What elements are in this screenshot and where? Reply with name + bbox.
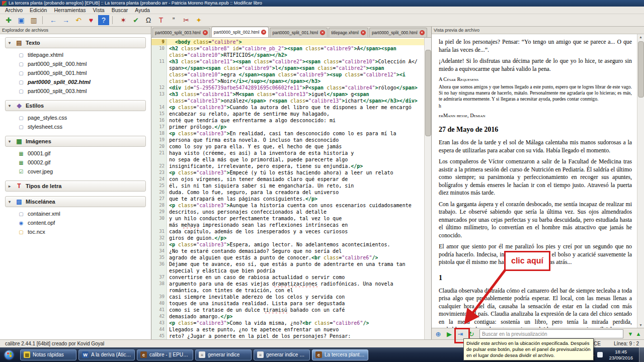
preview-scrollbar[interactable]: ▲ ▼: [637, 34, 644, 328]
code-line[interactable]: no sepa de ella más que lo primordial, p…: [151, 156, 425, 163]
code-line[interactable]: 23 <p class="calibre3">Empecé (y tú lo e…: [151, 169, 425, 176]
code-line[interactable]: 11 <h3 class="calibre11"><span class="ca…: [151, 58, 425, 65]
code-line[interactable]: 40 toques de una inusitada realidad. Lis…: [151, 300, 425, 307]
start-button[interactable]: [0, 347, 18, 362]
expander-icon[interactable]: ▾: [9, 104, 13, 108]
editor-scrollbar[interactable]: [424, 38, 431, 339]
file-item[interactable]: ☑ cover.jpeg: [6, 167, 146, 176]
file-section-header[interactable]: ▸ T Tipos de letra: [5, 180, 146, 192]
file-item[interactable]: ▢ titlepage.xhtml: [6, 50, 146, 59]
file-item[interactable]: ▢ part0000_split_002.html: [6, 77, 146, 86]
code-line[interactable]: 32 giros de guion.</p>: [151, 235, 425, 241]
expander-icon[interactable]: ▾: [9, 139, 13, 144]
file-item[interactable]: ▢ toc.ncx: [6, 227, 146, 236]
code-line[interactable]: 24 con ojos vírgenes, sin tener demasiad…: [151, 176, 425, 183]
code-line[interactable]: 16 noté que tendría que enfrentarme a al…: [151, 117, 425, 124]
menu-item[interactable]: Herramientas: [50, 7, 89, 14]
code-line[interactable]: 35 agrado de alguien que estás a punto d…: [151, 254, 425, 261]
scroll-up-icon[interactable]: ▲: [637, 34, 644, 40]
file-section-header[interactable]: ▾ ▧ Miscelánea: [5, 196, 146, 207]
code-line[interactable]: 10 <h2 class="calibre8" id="calibre_pb_2…: [151, 45, 425, 52]
remove-unused-icon[interactable]: ✂: [181, 15, 192, 25]
file-item[interactable]: ▢ part0000_split_001.html: [6, 68, 146, 77]
tray-icon[interactable]: [597, 352, 603, 357]
find-next-button[interactable]: ▼: [626, 329, 634, 338]
code-line[interactable]: 27 que te atrapará en las páginas consig…: [151, 196, 425, 202]
code-line[interactable]: 39 casi siempre inevitable aderezo de lo…: [151, 294, 425, 300]
code-line[interactable]: 15 encabezar su relato, aparte de sentir…: [151, 111, 425, 117]
code-line[interactable]: especial y elástica que bien podría: [151, 267, 425, 274]
editor-tab[interactable]: part0000_split_001.html ✕: [270, 28, 328, 37]
code-line[interactable]: 18 <p class="calibre3">En realidad, casi…: [151, 130, 425, 137]
tab-close-icon[interactable]: ✕: [320, 30, 325, 35]
file-item[interactable]: ▢ part0000_split_003.html: [6, 86, 146, 96]
editor-tab[interactable]: titlepage.xhtml ✕: [329, 28, 368, 37]
code-line[interactable]: más mehaya impresionado sean las reflexi…: [151, 222, 425, 228]
forward-icon[interactable]: →: [60, 15, 71, 25]
file-item[interactable]: ◉ content.opf: [6, 218, 146, 227]
beautify-icon[interactable]: ✦: [193, 15, 204, 25]
code-line[interactable]: 13 <h3 class="calibre11">M<span class="c…: [151, 91, 425, 98]
code-line[interactable]: 22 insignificante, irrelevante, pero esp…: [151, 163, 425, 169]
preview-scrollbar-thumb[interactable]: [638, 41, 644, 98]
code-line[interactable]: 9 <body class="calibre">: [151, 39, 425, 45]
preview-content[interactable]: la piel de los personajes? Pensar: “Yo t…: [432, 34, 637, 328]
transform-case-icon[interactable]: T: [155, 15, 167, 25]
tab-close-icon[interactable]: ✕: [420, 30, 425, 35]
code-line[interactable]: 41 como si se tratase de un dulce tirami…: [151, 307, 425, 313]
tab-close-icon[interactable]: ✕: [203, 30, 208, 35]
editor-tab[interactable]: part0000_split_003.html ✕: [152, 28, 210, 37]
menu-item[interactable]: Buscar: [108, 7, 132, 14]
code-line[interactable]: 14 <p class="calibre3">Cuando la autora …: [151, 104, 425, 111]
help-icon[interactable]: ?: [98, 15, 109, 25]
taskbar-button[interactable]: c La tercera planta (...: [312, 349, 368, 360]
code-line[interactable]: class="calibre10">egra </span><span clas…: [151, 71, 425, 78]
file-item[interactable]: ▢ container.xml: [6, 209, 146, 218]
code-line[interactable]: 33 <p class="calibre3">Espera, amigo lec…: [151, 241, 425, 248]
code-line[interactable]: 37 convertirse en un caso de rabiosa act…: [151, 274, 425, 281]
code-line[interactable]: 28 <p class="calibre3">Aunque la histori…: [151, 202, 425, 209]
taskbar-button[interactable]: ≡ generar indice 7.j...: [254, 349, 310, 360]
code-line[interactable]: 30 y un hilo conductor perfectamente tra…: [151, 215, 425, 222]
back-icon[interactable]: ←: [48, 15, 59, 25]
file-item[interactable]: ▢ part0000_split_000.html: [6, 59, 146, 68]
taskbar-button[interactable]: c calibre - || EPUB 2...: [137, 349, 193, 360]
spellcheck-icon[interactable]: ✔: [130, 15, 141, 25]
new-file-icon[interactable]: ✚: [3, 15, 14, 25]
menu-item[interactable]: Vista: [90, 7, 108, 14]
code-line[interactable]: 34 ¿No te estaré contando demasiado? Seg…: [151, 248, 425, 254]
taskbar-clock[interactable]: 18:45 23/09/2016: [605, 349, 636, 361]
check-book-icon[interactable]: ✶: [118, 15, 129, 25]
editor-tab[interactable]: part0000_split_000.html ✕: [369, 28, 427, 37]
menu-item[interactable]: Edición: [26, 7, 50, 14]
preview-search-input[interactable]: [479, 329, 623, 338]
code-line[interactable]: 12 <div id="S-2956739afbe54742891695c066…: [151, 84, 425, 91]
smarten-quotes-icon[interactable]: ”: [168, 15, 179, 25]
code-line[interactable]: 43 <p class="calibre3">Como la vida mism…: [151, 320, 425, 326]
code-line[interactable]: class="calibre13">onzález</span> r<span …: [151, 98, 425, 104]
special-character-icon[interactable]: Ω: [143, 15, 154, 25]
expander-icon[interactable]: ▾: [9, 41, 13, 45]
show-desktop-button[interactable]: [639, 347, 644, 362]
code-line[interactable]: 31 cada capítulo, además de los inespera…: [151, 228, 425, 235]
find-prev-button[interactable]: ▲: [634, 329, 642, 338]
menu-item[interactable]: Ayuda: [131, 7, 153, 14]
tab-close-icon[interactable]: ✕: [261, 30, 266, 35]
taskbar-button[interactable]: ▤ Notas rápidas: [20, 349, 76, 360]
code-line[interactable]: 38 argumento para una de esas viejas dra…: [151, 281, 425, 287]
toolbar-separator[interactable]: [112, 16, 115, 24]
code-line[interactable]: 26 duda. Como lo fue, seguro, para la cr…: [151, 189, 425, 196]
menu-item[interactable]: Archivo: [2, 7, 26, 14]
file-section-header[interactable]: ▾ ▦ Imágenes: [5, 136, 146, 147]
file-item[interactable]: ▦ 00001.gif: [6, 149, 146, 158]
expander-icon[interactable]: ▸: [9, 184, 13, 189]
run-button[interactable]: ▶: [444, 329, 454, 338]
code-line[interactable]: 44 Llegados a este punto, ¿no te apetece…: [151, 326, 425, 333]
code-line[interactable]: 36 Déjame que te avance, eso sí, que est…: [151, 261, 425, 267]
expander-icon[interactable]: ▾: [9, 200, 13, 204]
scroll-down-icon[interactable]: ▼: [637, 322, 644, 328]
toolbar-separator[interactable]: [42, 16, 45, 24]
undo-icon[interactable]: ↶: [73, 15, 84, 25]
open-in-browser-button[interactable]: ⊕: [433, 329, 443, 338]
code-line[interactable]: 17 primer prólogo.</p>: [151, 124, 425, 130]
